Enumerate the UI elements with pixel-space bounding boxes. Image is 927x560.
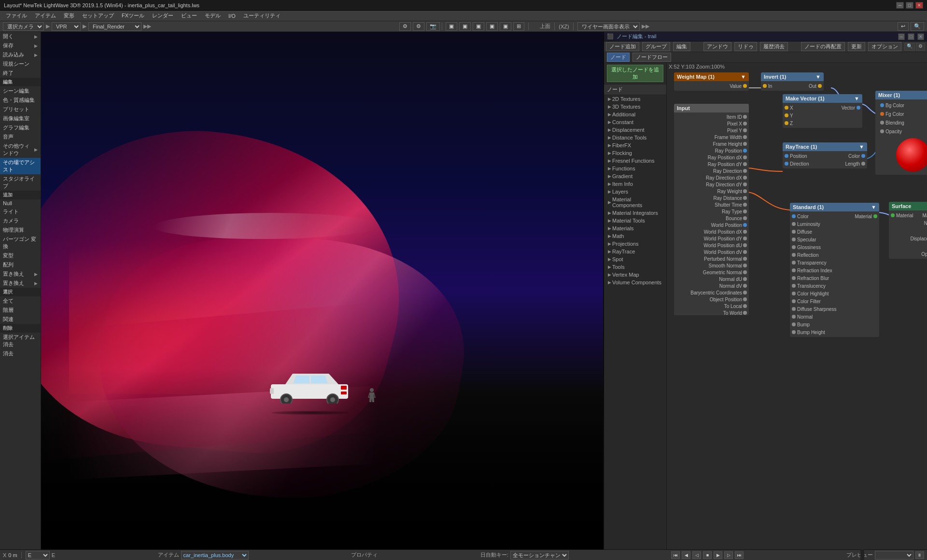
- item-select[interactable]: car_inertia_plus.body: [181, 551, 249, 560]
- node-group-btn[interactable]: グループ: [642, 42, 670, 51]
- node-undo-btn[interactable]: アンドウ: [703, 42, 731, 51]
- camera-select[interactable]: 選択カメラ: [3, 22, 44, 31]
- node-options-btn[interactable]: オプション: [868, 42, 901, 51]
- sidebar-image-edit[interactable]: 画像編集室: [0, 114, 41, 123]
- node-editor-maximize[interactable]: □: [908, 33, 914, 40]
- sidebar-preset[interactable]: プリセット: [0, 105, 41, 114]
- nodeflow-tab[interactable]: ノードフロー: [632, 53, 671, 62]
- node-tab[interactable]: ノード: [607, 53, 630, 62]
- node-clear-btn[interactable]: 履歴消去: [760, 42, 788, 51]
- menu-item[interactable]: アイテム: [31, 11, 60, 20]
- weightmap-value-port[interactable]: [743, 84, 747, 88]
- add-selected-node-btn[interactable]: 選択したノードを追加: [607, 65, 663, 82]
- sidebar-color-edit[interactable]: 色・質感編集: [0, 96, 41, 105]
- standard-node[interactable]: Standard (1) ▼ Color Material Luminosity: [790, 203, 879, 337]
- sidebar-delete[interactable]: 消去: [0, 349, 41, 358]
- standard-colorhi-port[interactable]: [792, 292, 796, 295]
- view-btn1[interactable]: ▣: [446, 22, 457, 31]
- standard-diffsharp-port[interactable]: [792, 307, 796, 311]
- node-cat-volume[interactable]: ▶Volume Components: [604, 279, 666, 286]
- invert-out-port[interactable]: [818, 84, 822, 88]
- motion-select[interactable]: 全モーションチャン: [510, 551, 569, 560]
- pause-btn[interactable]: ⏸: [915, 551, 924, 559]
- sidebar-save[interactable]: 保存▶: [0, 41, 41, 50]
- makevector-node[interactable]: Make Vector (1) ▼ X Vector Y: [783, 94, 862, 128]
- node-redo-btn[interactable]: リドゥ: [734, 42, 757, 51]
- invert-in-port[interactable]: [763, 84, 767, 88]
- node-cat-mat-comp[interactable]: ▶Material Components: [604, 196, 666, 209]
- standard-refidx-port[interactable]: [792, 268, 796, 272]
- minimize-button[interactable]: ─: [896, 2, 904, 9]
- prev-frame-btn[interactable]: ◀: [682, 551, 690, 559]
- node-cat-mat-tools[interactable]: ▶Material Tools: [604, 217, 666, 224]
- settings-icon[interactable]: ⚙: [413, 22, 424, 31]
- sidebar-light[interactable]: ライト: [0, 207, 41, 216]
- menu-model[interactable]: モデル: [201, 11, 225, 20]
- sidebar-related[interactable]: 関連: [0, 315, 41, 324]
- view-toggle[interactable]: ⊞: [513, 22, 524, 31]
- standard-colorfil-port[interactable]: [792, 299, 796, 303]
- sidebar-array[interactable]: 配列: [0, 260, 41, 269]
- view-btn3[interactable]: ▣: [473, 22, 484, 31]
- sidebar-open[interactable]: 開く▶: [0, 32, 41, 41]
- play-btn[interactable]: ▶: [714, 551, 722, 559]
- mixer-bgcolor-port[interactable]: [880, 103, 884, 107]
- standard-translucency-port[interactable]: [792, 284, 796, 288]
- sidebar-scene[interactable]: 現規シーン: [0, 59, 41, 69]
- close-button[interactable]: ✕: [915, 2, 923, 9]
- standard-expand[interactable]: ▼: [871, 204, 876, 210]
- raytrace-node[interactable]: RayTrace (1) ▼ Position Color Direction: [783, 142, 867, 168]
- sidebar-scene-edit[interactable]: シーン編集: [0, 86, 41, 96]
- go-start-btn[interactable]: ⏮: [671, 551, 680, 559]
- gear-icon[interactable]: ⚙: [399, 22, 411, 31]
- menu-file[interactable]: ファイル: [2, 11, 31, 20]
- surface-material-in-port[interactable]: [891, 213, 895, 217]
- standard-bump-port[interactable]: [792, 322, 796, 326]
- next-frame-btn[interactable]: ▷: [724, 551, 733, 559]
- raytrace-dir-port[interactable]: [785, 162, 788, 166]
- raytrace-color-out-port[interactable]: [861, 154, 865, 158]
- sidebar-other-windows[interactable]: その他ウィンドウ▶: [0, 141, 41, 158]
- node-editor-close-btn[interactable]: ✕: [917, 33, 924, 40]
- makevector-y-port[interactable]: [785, 113, 788, 117]
- sidebar-camera[interactable]: カメラ: [0, 216, 41, 225]
- sidebar-physics[interactable]: 物理演算: [0, 225, 41, 235]
- node-cat-tools[interactable]: ▶Tools: [604, 263, 666, 271]
- node-cat-fiberfx[interactable]: ▶FiberFX: [604, 141, 666, 149]
- menu-utility[interactable]: ユーティリティ: [239, 11, 284, 20]
- input-node[interactable]: Input Item ID Pixel X Pixel Y Frame Widt…: [674, 104, 749, 315]
- weightmap-expand[interactable]: ▼: [741, 74, 746, 80]
- menu-render[interactable]: レンダー: [148, 11, 177, 20]
- camera-icon[interactable]: 📷: [426, 22, 440, 31]
- sidebar-replace1[interactable]: 置き換え▶: [0, 269, 41, 279]
- invert-expand[interactable]: ▼: [815, 74, 821, 80]
- node-edit-btn[interactable]: 編集: [673, 42, 690, 51]
- makevector-x-port[interactable]: [785, 106, 788, 110]
- node-cat-item-info[interactable]: ▶Item Info: [604, 180, 666, 188]
- sidebar-delete-selected[interactable]: 選択アイテム消去: [0, 333, 41, 349]
- sidebar-hierarchy[interactable]: 階層: [0, 306, 41, 315]
- mixer-fgcolor-port[interactable]: [880, 112, 884, 116]
- raytrace-length-out-port[interactable]: [861, 162, 865, 166]
- standard-color-port[interactable]: [792, 214, 796, 218]
- node-cat-spot[interactable]: ▶Spot: [604, 255, 666, 263]
- go-end-btn[interactable]: ⏭: [735, 551, 744, 559]
- sidebar-studio[interactable]: スタジオライブ: [0, 174, 41, 191]
- standard-refblur-port[interactable]: [792, 276, 796, 280]
- play-rev-btn[interactable]: ◁: [692, 551, 701, 559]
- sidebar-assist[interactable]: その場でアシスト: [0, 158, 41, 174]
- weightmap-node[interactable]: Weight Map (1) ▼ Value: [674, 72, 749, 91]
- stop-btn[interactable]: ■: [703, 551, 712, 559]
- mixer-blending-port[interactable]: [880, 121, 884, 125]
- node-cat-vertex-map[interactable]: ▶Vertex Map: [604, 271, 666, 279]
- node-cat-projections[interactable]: ▶Projections: [604, 240, 666, 248]
- search-btn[interactable]: 🔍: [911, 22, 924, 31]
- sidebar-replace2[interactable]: 置き換え▶: [0, 279, 41, 288]
- standard-diff-port[interactable]: [792, 230, 796, 234]
- node-cat-constant[interactable]: ▶Constant: [604, 118, 666, 126]
- menu-setup[interactable]: セットアップ: [78, 11, 118, 20]
- node-cat-distance-tools[interactable]: ▶Distance Tools: [604, 134, 666, 141]
- standard-bumpheight-port[interactable]: [792, 330, 796, 334]
- node-cat-raytrace[interactable]: ▶RayTrace: [604, 248, 666, 255]
- view-btn5[interactable]: ▣: [500, 22, 511, 31]
